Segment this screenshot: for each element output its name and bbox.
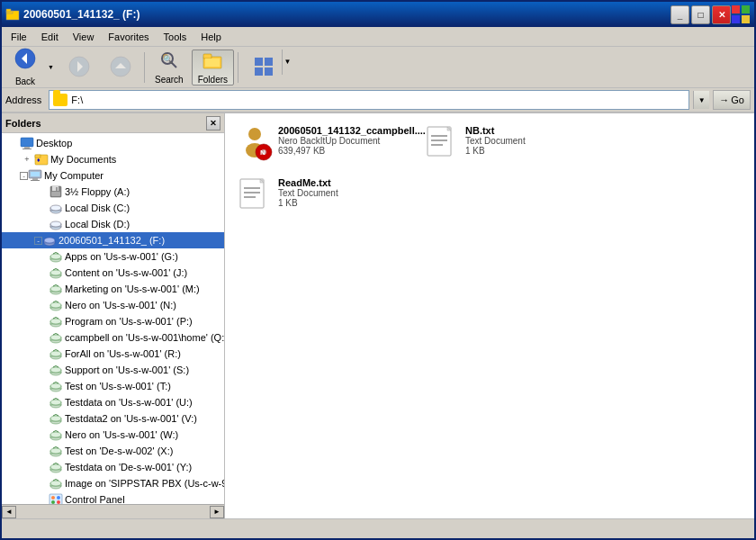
svg-rect-21 [265, 58, 273, 66]
expand-icon-m [34, 282, 49, 296]
sidebar-item-x[interactable]: Test on 'De-s-w-002' (X:) [2, 443, 224, 459]
sidebar-close-button[interactable]: ✕ [206, 116, 220, 130]
netdrive-j-icon [49, 266, 63, 280]
sidebar-item-m[interactable]: Marketing on 'Us-s-w-001' (M:) [2, 281, 224, 297]
file-item-nero[interactable]: N 20060501_141132_ccampbell.... Nero Bac… [232, 121, 412, 166]
scroll-right-btn[interactable]: ► [210, 506, 224, 518]
back-button[interactable]: Back [5, 50, 45, 86]
desktop-icon [20, 136, 34, 150]
window-icon [5, 7, 20, 22]
sidebar-item-j[interactable]: Content on 'Us-s-w-001' (J:) [2, 265, 224, 281]
svg-point-55 [50, 286, 61, 292]
svg-rect-4 [742, 5, 750, 14]
menu-edit[interactable]: Edit [34, 30, 66, 44]
sidebar-item-floppy[interactable]: 3½ Floppy (A:) [2, 184, 224, 200]
up-button[interactable] [101, 50, 140, 86]
svg-point-93 [51, 496, 55, 500]
readme-file-icon [237, 177, 273, 213]
file-size-nb: 1 KB [465, 146, 526, 156]
sidebar-item-p[interactable]: Program on 'Us-s-w-001' (P:) [2, 313, 224, 329]
views-dropdown-arrow[interactable]: ▼ [282, 50, 292, 75]
address-input[interactable] [71, 94, 685, 105]
expand-icon-j [34, 266, 49, 280]
svg-point-43 [50, 221, 61, 227]
sidebar-item-desktop[interactable]: Desktop [2, 135, 224, 151]
title-controls: _ □ ✕ [670, 5, 731, 24]
sidebar-item-u[interactable]: Testdata on 'Us-s-w-001' (U:) [2, 394, 224, 410]
search-button[interactable]: 🔍 Search [148, 50, 190, 86]
folders-button[interactable]: Folders [192, 50, 234, 86]
drive-d-icon [49, 217, 63, 231]
minimize-button[interactable]: _ [670, 5, 689, 24]
netdrive-r-icon [49, 346, 63, 361]
sidebar-item-q[interactable]: ccampbell on 'Us-s-w-001\home' (Q:) [2, 329, 224, 346]
menu-help[interactable]: Help [194, 30, 229, 44]
svg-rect-20 [255, 58, 263, 66]
sidebar-item-mycomputer[interactable]: - My Computer [2, 167, 224, 184]
menu-view[interactable]: View [66, 30, 102, 44]
svg-rect-22 [255, 68, 263, 76]
netdrive-sipp-icon [49, 476, 63, 490]
views-button[interactable] [242, 50, 282, 86]
content-area: N 20060501_141132_ccampbell.... Nero Bac… [225, 113, 754, 518]
file-item-readme[interactable]: ReadMe.txt Text Document 1 KB [232, 173, 412, 218]
sidebar-scrollbar-horizontal[interactable]: ◄ ► [2, 504, 224, 518]
file-name-readme: ReadMe.txt [278, 177, 338, 188]
search-label: Search [155, 75, 184, 85]
file-name-nero: 20060501_141132_ccampbell.... [278, 125, 426, 136]
sidebar-item-t[interactable]: Test on 'Us-s-w-001' (T:) [2, 378, 224, 394]
svg-rect-117 [240, 179, 264, 208]
sidebar-item-r[interactable]: ForAll on 'Us-s-w-001' (R:) [2, 346, 224, 362]
back-dropdown-arrow[interactable]: ▼ [45, 50, 58, 86]
sidebar-tree[interactable]: Desktop + ♦ My Documents [2, 133, 224, 504]
sidebar-item-label-s: Support on 'Us-s-w-001' (S:) [65, 364, 189, 375]
file-item-nb[interactable]: NB.txt Text Document 1 KB [419, 121, 599, 166]
sidebar-item-sipp[interactable]: Image on 'SIPPSTAR PBX (Us-c-w-90 [2, 475, 224, 491]
svg-rect-25 [24, 147, 30, 148]
file-size-readme: 1 KB [278, 198, 338, 208]
floppy-icon [49, 184, 63, 199]
controlpanel-icon [49, 492, 63, 504]
window-title: 20060501_141132_ (F:) [23, 8, 670, 21]
svg-rect-2 [6, 9, 11, 12]
menu-file[interactable]: File [4, 30, 34, 44]
sidebar-item-w[interactable]: Nero on 'Us-s-w-001' (W:) [2, 427, 224, 443]
scroll-left-btn[interactable]: ◄ [2, 506, 16, 518]
expand-icon-g [34, 249, 49, 264]
sidebar-item-mydocs[interactable]: + ♦ My Documents [2, 151, 224, 167]
sidebar-item-y[interactable]: Testdata on 'De-s-w-001' (Y:) [2, 459, 224, 475]
address-dropdown-arrow[interactable]: ▼ [693, 91, 709, 109]
sidebar-item-n[interactable]: Nero on 'Us-s-w-001' (N:) [2, 297, 224, 313]
expand-icon-s [34, 363, 49, 377]
views-button-group: ▼ [242, 50, 292, 86]
up-icon [110, 56, 131, 79]
svg-rect-6 [742, 15, 750, 23]
svg-point-64 [50, 335, 61, 340]
menu-tools[interactable]: Tools [157, 30, 194, 44]
sidebar-item-label-floppy: 3½ Floppy (A:) [65, 186, 130, 197]
sidebar-item-s[interactable]: Support on 'Us-s-w-001' (S:) [2, 362, 224, 378]
mycomputer-icon [28, 168, 42, 183]
maximize-button[interactable]: □ [691, 5, 710, 24]
svg-rect-36 [51, 192, 60, 196]
sidebar-item-controlpanel[interactable]: Control Panel [2, 491, 224, 504]
sidebar-item-v[interactable]: Testdata2 on 'Us-s-w-001' (V:) [2, 410, 224, 427]
svg-point-106 [248, 128, 261, 140]
views-icon [253, 56, 274, 79]
sidebar-item-label-mydocs: My Documents [50, 154, 116, 165]
sidebar-item-label-desktop: Desktop [36, 138, 72, 148]
expand-icon-floppy [34, 184, 49, 199]
sidebar-item-drive-c[interactable]: Local Disk (C:) [2, 200, 224, 216]
sidebar-item-drive-f[interactable]: - 20060501_141132_ (F:) [2, 232, 224, 248]
sidebar-item-drive-d[interactable]: Local Disk (D:) [2, 216, 224, 232]
toolbar-separator-2 [238, 52, 238, 83]
go-button[interactable]: → Go [713, 90, 751, 110]
sidebar-header: Folders ✕ [2, 113, 224, 133]
menu-favorites[interactable]: Favorites [101, 30, 156, 44]
forward-button[interactable] [59, 50, 99, 86]
expand-icon-drive-d [34, 217, 49, 231]
sidebar-item-g[interactable]: Apps on 'Us-s-w-001' (G:) [2, 248, 224, 265]
windows-flag-icon [731, 4, 751, 24]
close-button[interactable]: ✕ [712, 5, 731, 24]
svg-point-67 [50, 351, 61, 356]
